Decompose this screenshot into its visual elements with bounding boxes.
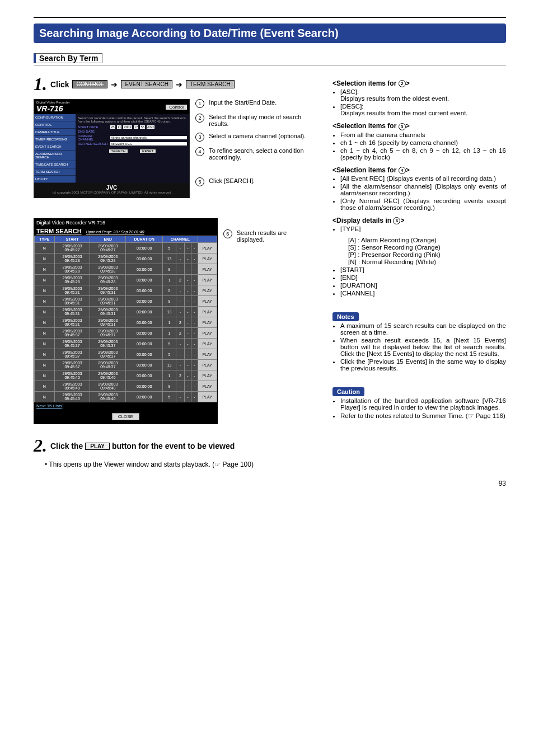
step1-text: Click xyxy=(50,80,69,89)
play-cell[interactable]: PLAY xyxy=(198,381,217,392)
sidebar-item[interactable]: CONTROL xyxy=(34,121,76,129)
sidebar-item[interactable]: EVENT SEARCH xyxy=(34,143,76,151)
note-item: Click the [Previous 15 Events] in the sa… xyxy=(340,358,506,372)
sidebar-item[interactable]: TIMER RECORDING xyxy=(34,136,76,143)
sel3-heading: <Selection items for 3> xyxy=(332,122,506,130)
camera-channel-label: CAMERA CHANNEL xyxy=(78,134,109,141)
note-item: When search result exceeds 15, a [Next 1… xyxy=(340,337,506,357)
callout-6: Search results are displayed. xyxy=(237,229,316,243)
callout-3-icon: 3 xyxy=(195,133,204,142)
step2-post: button for the event to be viewed xyxy=(112,442,235,450)
sidebar-item[interactable]: TERM SEARCH xyxy=(34,168,76,176)
disp6-heading: <Display details in 6> xyxy=(332,217,506,224)
step2-number: 2. xyxy=(34,435,47,456)
control-button[interactable]: CONTROL xyxy=(72,80,107,88)
refined-search-select[interactable]: All Event REC xyxy=(110,142,187,145)
close-button[interactable]: CLOSE xyxy=(112,413,139,420)
table-row: N29/09/200309:45:3729/09/200309:45:3700:… xyxy=(35,339,217,349)
sidebar-item[interactable]: TIME/DATE SEARCH xyxy=(34,161,76,168)
search-button[interactable]: SEARCH xyxy=(109,149,128,153)
play-cell[interactable]: PLAY xyxy=(198,349,217,360)
sel3-item: ch 1 ~ ch 4, ch 5 ~ ch 8, ch 9 ~ ch 12, … xyxy=(340,147,506,161)
callout-1-icon: 1 xyxy=(195,99,204,108)
start-date-label: START DATE xyxy=(78,125,109,129)
sidebar-item[interactable]: UTILITY xyxy=(34,176,76,183)
callout-4-icon: 4 xyxy=(195,147,204,156)
asc-select[interactable]: ASC xyxy=(147,125,154,129)
table-row: N29/09/200309:45:2829/09/200309:45:2800:… xyxy=(35,275,217,285)
screenshot-desc: Search for recorded video within the per… xyxy=(78,116,187,123)
reset-button[interactable]: RESET xyxy=(139,149,156,153)
step-2: 2. Click the PLAY button for the event t… xyxy=(34,435,316,456)
product-logo: VR-716 xyxy=(36,104,70,113)
play-cell[interactable]: PLAY xyxy=(198,392,217,402)
caution-item: Installation of the bundled application … xyxy=(340,397,506,411)
control-tab[interactable]: Control xyxy=(166,105,187,110)
col-type: TYPE xyxy=(35,236,55,243)
sidebar-item[interactable]: CONFIGURATION xyxy=(34,114,76,121)
disp6-item: [CHANNEL] xyxy=(340,290,506,297)
table-row: N29/09/200309:45:2829/09/200309:45:2800:… xyxy=(35,253,217,264)
results-screenshot: Digital Video Recorder VR-716 TERM SEARC… xyxy=(34,218,218,424)
table-row: N29/09/200309:45:4029/09/200309:45:4000:… xyxy=(35,381,217,392)
sel2-item: [DESC]:Displays results from the most cu… xyxy=(340,103,506,116)
play-cell[interactable]: PLAY xyxy=(198,253,217,264)
callout-3: Select a camera channel (optional). xyxy=(209,133,306,142)
sel3-item: From all the camera channels xyxy=(340,132,506,138)
sel4-item: [All Event REC] (Displays events of all … xyxy=(340,175,506,182)
sel4-item: [All the alarm/sensor channels] (Display… xyxy=(340,183,506,196)
play-cell[interactable]: PLAY xyxy=(198,275,217,285)
callout-list: 1Input the Start/End Date. 2Select the d… xyxy=(195,99,316,192)
disp6-type: [TYPE] xyxy=(340,226,506,232)
min-input[interactable]: 55 xyxy=(140,125,145,129)
section-header: Search By Term xyxy=(34,53,102,63)
year-input[interactable]: 2003 xyxy=(123,125,132,129)
play-cell[interactable]: PLAY xyxy=(198,264,217,275)
page-title: Searching Image According to Date/Time (… xyxy=(34,24,506,43)
table-row: N29/09/200309:45:2829/09/200309:45:2800:… xyxy=(35,264,217,275)
step2-sub: • This opens up the Viewer window and st… xyxy=(45,461,316,468)
results-product: Digital Video Recorder VR-716 xyxy=(34,219,217,227)
play-cell[interactable]: PLAY xyxy=(198,328,217,339)
table-row: N29/09/200309:45:4029/09/200309:45:4000:… xyxy=(35,392,217,402)
results-updated: Updated Page: 29 / Sep 20:01:49 xyxy=(86,230,144,234)
table-row: N29/09/200309:45:3129/09/200309:45:3100:… xyxy=(35,296,217,307)
play-cell[interactable]: PLAY xyxy=(198,243,217,253)
nav-screenshot: Digital Video Recorder VR-716 Control CO… xyxy=(34,99,190,198)
end-date-label: END DATE xyxy=(78,130,109,133)
table-row: N29/09/200309:45:3729/09/200309:45:3700:… xyxy=(35,360,217,370)
sel4-heading: <Selection items for 4> xyxy=(332,166,506,174)
table-row: N29/09/200309:45:3729/09/200309:45:3700:… xyxy=(35,349,217,360)
sidebar-item[interactable]: CAMERA TITLE xyxy=(34,129,76,136)
play-cell[interactable]: PLAY xyxy=(198,360,217,370)
results-table: TYPE START END DURATION CHANNEL N29/09/2… xyxy=(34,236,217,402)
camera-channel-select[interactable]: All the camera channels xyxy=(110,136,187,139)
disp6-item: [DURATION] xyxy=(340,282,506,289)
callout-5: Click [SEARCH]. xyxy=(209,177,255,186)
term-search-button[interactable]: TERM SEARCH xyxy=(186,80,235,88)
arrow-icon: ➜ xyxy=(176,80,182,89)
play-cell[interactable]: PLAY xyxy=(198,339,217,349)
callout-2-icon: 2 xyxy=(195,114,204,123)
sel3-item: ch 1 ~ ch 16 (specify by camera channel) xyxy=(340,139,506,146)
sidebar: CONFIGURATION CONTROL CAMERA TITLE TIMER… xyxy=(34,114,76,183)
col-end: END xyxy=(90,236,126,243)
play-cell[interactable]: PLAY xyxy=(198,296,217,307)
month-input[interactable]: 11 xyxy=(117,125,122,129)
disp6-item: [END] xyxy=(340,274,506,281)
play-cell[interactable]: PLAY xyxy=(198,307,217,317)
play-cell[interactable]: PLAY xyxy=(198,317,217,328)
jvc-logo: JVC xyxy=(106,185,117,191)
play-cell[interactable]: PLAY xyxy=(198,285,217,296)
hour-input[interactable]: 17 xyxy=(134,125,139,129)
event-search-button[interactable]: EVENT SEARCH xyxy=(121,80,172,88)
callout-5-icon: 5 xyxy=(195,177,204,186)
sidebar-item[interactable]: ALARM/SENSOR SEARCH xyxy=(34,151,76,161)
play-cell[interactable]: PLAY xyxy=(198,370,217,381)
col-start: START xyxy=(54,236,90,243)
play-button[interactable]: PLAY xyxy=(85,443,110,450)
next-15-link[interactable]: Next 15 Lists] xyxy=(34,402,217,410)
notes-label: Notes xyxy=(332,312,359,321)
type-legend: [A] : Alarm Recording (Orange) [S] : Sen… xyxy=(348,237,506,265)
day-input[interactable]: 25 xyxy=(110,125,115,129)
